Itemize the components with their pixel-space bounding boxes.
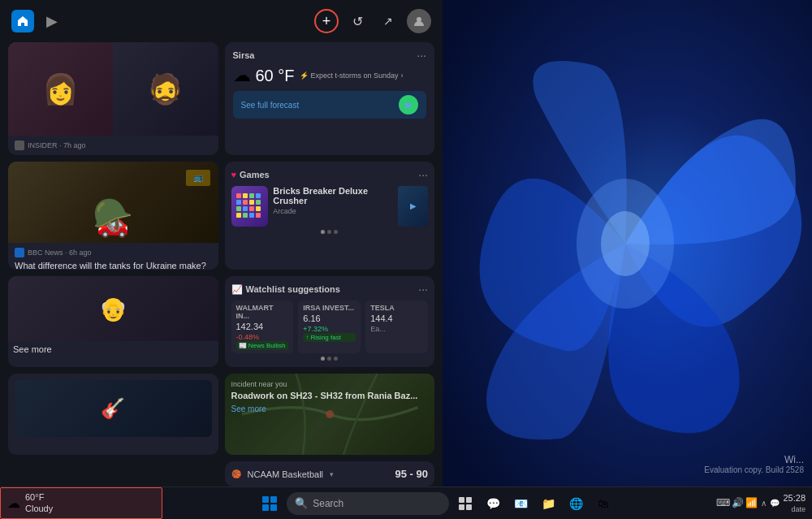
volume-icon[interactable]: 🔊 (732, 497, 744, 508)
chevron-up-icon[interactable]: ∧ (761, 499, 767, 508)
home-icon[interactable] (11, 10, 34, 32)
stock-tesla[interactable]: TESLA 144.4 Ea... (365, 301, 428, 353)
svg-rect-4 (236, 193, 241, 198)
incident-text: Roadwork on SH23 - SH32 from Rania Baz..… (231, 390, 429, 401)
keyboard-icon[interactable]: ⌨ (716, 497, 730, 508)
taskbar-weather-icon: ☁ (7, 495, 20, 511)
widget-panel: ▶ + ↺ ↗ 👩 🧔 (0, 0, 443, 487)
basketball-card[interactable]: 🏀 NCAAM Basketball ▾ 95 - 90 (225, 461, 435, 487)
weather-dots[interactable]: ··· (417, 49, 426, 62)
search-icon: 🔍 (295, 497, 308, 509)
news-play-icon[interactable]: ▶ (41, 10, 63, 32)
weather-location: Sirsa (233, 50, 255, 60)
news2-source: BBC News · 6h ago (15, 248, 212, 257)
svg-rect-13 (243, 206, 248, 211)
games-dots[interactable]: ··· (418, 168, 428, 181)
map-card[interactable]: Incident near you Roadwork on SH23 - SH3… (225, 374, 435, 455)
svg-rect-16 (236, 213, 241, 218)
widget-header: ▶ + ↺ ↗ (0, 0, 443, 42)
game-name: Bricks Breaker Deluxe Crusher (273, 186, 393, 205)
svg-rect-22 (466, 497, 472, 503)
taskbar-center: 🔍 Search 💬 📧 📁 🌐 🛍 (162, 491, 710, 516)
desktop: geekermag.com geekermag.com geekermag.co… (0, 0, 812, 519)
refresh-button[interactable]: ↺ (345, 9, 369, 33)
news2-title: What difference will the tanks for Ukrai… (15, 260, 212, 270)
stock-walmart[interactable]: WALMART IN... 142.34 -0.48% 📰 News Bulli… (231, 301, 294, 353)
taskbar-weather-text: 60°F Cloudy (25, 492, 53, 513)
news-card-2[interactable]: 🚗 📺 BBC News · 6h ago What difference wi… (8, 162, 218, 270)
news1-source: INSIDER · 7h ago (15, 141, 212, 150)
see-more-link[interactable]: See more (231, 404, 429, 413)
basketball-title: NCAAM Basketball (248, 469, 324, 479)
user-avatar[interactable] (407, 9, 431, 33)
taskbar-icon-mail[interactable]: 📧 (509, 492, 532, 515)
wallpaper: geekermag.com geekermag.com geekermag.co… (438, 0, 812, 487)
svg-rect-9 (243, 200, 248, 205)
start-button[interactable] (257, 491, 282, 516)
widget-content: 👩 🧔 INSIDER · 7h ago 'Game of Thrones' a… (0, 42, 443, 487)
taskbar-icon-task-view[interactable] (454, 492, 477, 515)
news-card-3[interactable]: 👴 See more (8, 276, 218, 367)
taskbar-time[interactable]: 25:28 date (783, 492, 806, 515)
games-title: ♥ Games (231, 170, 270, 179)
basketball-score: 95 - 90 (395, 468, 428, 480)
svg-rect-10 (249, 200, 254, 205)
watchlist-card: 📈 Watchlist suggestions ··· WALMART IN..… (225, 276, 435, 367)
svg-rect-18 (249, 213, 254, 218)
games-dot-3 (334, 230, 338, 234)
svg-rect-11 (256, 200, 261, 205)
notification-icon[interactable]: 💬 (770, 499, 780, 508)
weather-temp: 60 °F (256, 67, 295, 85)
network-icon[interactable]: 📶 (745, 497, 758, 508)
taskbar-icon-explorer[interactable]: 📁 (537, 492, 559, 515)
taskbar-weather[interactable]: ☁ 60°F Cloudy (0, 487, 162, 519)
expand-button[interactable]: ↗ (376, 9, 400, 33)
watchlist-title: 📈 Watchlist suggestions (231, 284, 340, 295)
search-label: Search (313, 498, 343, 509)
incident-title: Incident near you (231, 380, 429, 388)
taskbar-icon-edge[interactable]: 🌐 (564, 492, 587, 515)
forecast-go-icon: ▶ (399, 95, 418, 115)
add-widget-button[interactable]: + (314, 9, 339, 33)
weather-card[interactable]: Sirsa ··· ☁ 60 °F ⚡ Expect t-storms on S… (225, 42, 435, 155)
game-icon (231, 186, 269, 227)
watchlist-dots[interactable]: ··· (418, 283, 428, 296)
svg-point-2 (601, 211, 650, 276)
svg-rect-5 (243, 193, 248, 198)
svg-rect-21 (459, 497, 464, 503)
windows-logo (262, 496, 277, 511)
taskbar: ☁ 60°F Cloudy 🔍 Search (0, 487, 812, 519)
svg-rect-14 (249, 206, 254, 211)
svg-rect-17 (243, 213, 248, 218)
weather-alert: ⚡ Expect t-storms on Sunday › (300, 71, 404, 80)
stock-irsa[interactable]: IRSA INVEST... 6.16 +7.32% ↑ Rising fast (298, 301, 361, 353)
weather-cloud-icon: ☁ (233, 65, 251, 86)
games-card[interactable]: ♥ Games ··· (225, 162, 435, 270)
news-card-4[interactable]: 🎸 (8, 374, 218, 455)
svg-rect-6 (249, 193, 254, 198)
news-card-1[interactable]: 👩 🧔 INSIDER · 7h ago 'Game of Thrones' a… (8, 42, 218, 155)
svg-rect-19 (256, 213, 261, 218)
svg-rect-7 (256, 193, 261, 198)
svg-rect-8 (236, 200, 241, 205)
taskbar-icon-chat[interactable]: 💬 (482, 492, 504, 515)
svg-rect-12 (236, 206, 241, 211)
svg-rect-23 (459, 504, 464, 510)
taskbar-icon-store[interactable]: 🛍 (592, 492, 615, 515)
svg-rect-15 (256, 206, 261, 211)
search-bar[interactable]: 🔍 Search (287, 492, 449, 515)
games-dot-1 (321, 230, 325, 234)
svg-rect-24 (466, 504, 472, 510)
news1-title: 'Game of Thrones' actress Esmé Bianco's … (15, 153, 212, 155)
taskbar-right: ⌨ 🔊 📶 ∧ 💬 25:28 date (710, 492, 812, 515)
forecast-button[interactable]: See full forecast ▶ (233, 91, 427, 119)
games-dot-2 (327, 230, 331, 234)
